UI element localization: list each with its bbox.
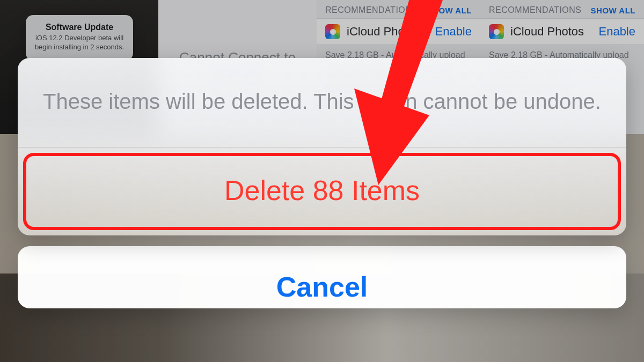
cancel-button[interactable]: Cancel [18,246,626,308]
delete-action-row: Delete 88 Items [18,147,626,235]
icloud-photos-title: iCloud Photos [510,25,592,39]
software-update-alert: Software Update iOS 12.2 Developer beta … [26,15,133,61]
recommendations-heading: RECOMMENDATIONS [489,5,582,15]
icloud-photos-row[interactable]: iCloud Photos Enable [480,18,644,45]
photos-icon [325,24,340,39]
icloud-photos-title: iCloud Photos [347,25,428,39]
software-update-body: iOS 12.2 Developer beta will begin insta… [32,34,127,52]
action-sheet-cancel-card: Cancel [18,246,626,308]
action-sheet-message: These items will be deleted. This action… [18,58,626,147]
icloud-photos-row[interactable]: iCloud Photos Enable [317,18,480,45]
enable-link[interactable]: Enable [435,25,472,39]
enable-link[interactable]: Enable [598,25,635,39]
recommendations-heading: RECOMMENDATIONS [325,5,418,15]
show-all-link[interactable]: SHOW ALL [591,6,635,15]
action-sheet: These items will be deleted. This action… [18,58,626,308]
show-all-link[interactable]: SHOW ALL [427,6,472,15]
action-sheet-card: These items will be deleted. This action… [18,58,626,235]
delete-items-button[interactable]: Delete 88 Items [18,147,626,235]
software-update-title: Software Update [32,23,127,32]
photos-icon [489,24,504,39]
